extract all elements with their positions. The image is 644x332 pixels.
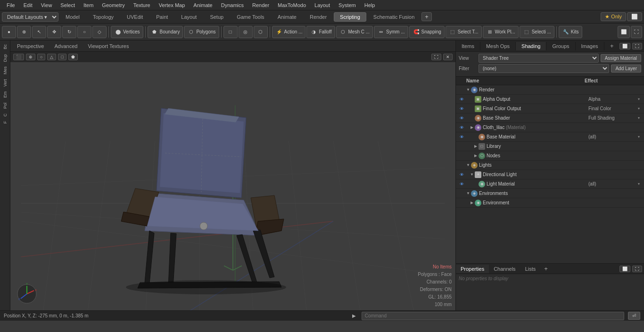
tree-row-light-material[interactable]: 👁 ◉ Light Material (all) ▾	[456, 179, 644, 189]
lp-item-8[interactable]: F	[2, 119, 8, 126]
tree-row-final-color[interactable]: 👁 ▣ Final Color Output Final Color ▾	[456, 104, 644, 113]
tree-arrow-cloth-lilac[interactable]: ▶	[469, 125, 475, 130]
tree-arrow-lights[interactable]: ▼	[465, 162, 471, 168]
tree-row-nodes[interactable]: ▶ ⬡ Nodes	[456, 151, 644, 161]
layout-tab-model[interactable]: Model	[59, 12, 86, 22]
tree-row-cloth-lilac[interactable]: 👁 ▶ ◉ Cloth_lilac (Material)	[456, 123, 644, 132]
tree-row-environments[interactable]: ▼ ◈ Environments	[456, 189, 644, 198]
tree-dropdown-alpha[interactable]: ▾	[636, 96, 642, 103]
toolbar-maximize2[interactable]: ⛶	[631, 26, 642, 38]
lp-item-5[interactable]: Em	[2, 89, 8, 100]
menu-geometry[interactable]: Geometry	[98, 1, 128, 9]
lp-item-1[interactable]: Bc	[2, 42, 8, 51]
layout-tab-render[interactable]: Render	[304, 12, 333, 22]
rp-tab-shading[interactable]: Shading	[516, 42, 546, 50]
tree-row-render[interactable]: ▼ ◉ Render	[456, 85, 644, 95]
vt-close-btn[interactable]: ✕	[443, 54, 453, 60]
toolbar-symm[interactable]: ⇔ Symm ...	[374, 26, 408, 38]
menu-select[interactable]: Select	[57, 1, 79, 9]
bp-expand-btn[interactable]: ⬜	[619, 266, 630, 272]
lp-item-6[interactable]: Pol	[2, 101, 8, 111]
toolbar-vertices[interactable]: ⬤ Vertices	[111, 26, 143, 38]
layout-tab-game-tools[interactable]: Game Tools	[231, 12, 271, 22]
menu-vertex-map[interactable]: Vertex Map	[155, 1, 189, 9]
menu-texture[interactable]: Texture	[130, 1, 154, 9]
tree-eye-directional-light[interactable]: 👁	[458, 171, 465, 178]
rp-tab-images[interactable]: Images	[576, 42, 604, 50]
rp-expand-btn[interactable]: ⬜	[619, 43, 630, 49]
lp-item-7[interactable]: C	[2, 112, 8, 119]
tree-dropdown-light-material[interactable]: ▾	[636, 181, 642, 187]
layout-add-button[interactable]: +	[421, 12, 432, 21]
vp-tab-viewport-textures[interactable]: Viewport Textures	[83, 42, 133, 50]
tree-row-alpha-output[interactable]: 👁 ▣ Alpha Output Alpha ▾	[456, 95, 644, 104]
tree-dropdown-base-material[interactable]: ▾	[636, 134, 642, 140]
toolbar-circle2[interactable]: ◎	[239, 26, 253, 38]
layout-tab-uvedit[interactable]: UVEdit	[121, 12, 149, 22]
vt-resize-btn[interactable]: ⛶	[431, 54, 441, 60]
tree-arrow-environment[interactable]: ▶	[469, 200, 475, 206]
toolbar-kits[interactable]: 🔧 Kits	[559, 26, 582, 38]
tree-eye-light-material[interactable]: 👁	[458, 180, 465, 188]
toolbar-select-t[interactable]: ⬚ Select T...	[446, 26, 482, 38]
lp-item-2[interactable]: Dup	[2, 52, 8, 64]
toolbar-work-pl[interactable]: ⊞ Work Pl...	[483, 26, 519, 38]
vp-tab-advanced[interactable]: Advanced	[50, 42, 82, 50]
layout-star-only[interactable]: ★ Only	[601, 12, 626, 21]
menu-maxtomodo[interactable]: MaxToModo	[274, 1, 310, 9]
menu-layout[interactable]: Layout	[311, 1, 334, 9]
assign-material-button[interactable]: Assign Material	[601, 54, 641, 62]
menu-dynamics[interactable]: Dynamics	[217, 1, 248, 9]
vt-btn3[interactable]: ○	[37, 54, 45, 60]
bp-tab-lists[interactable]: Lists	[520, 265, 541, 273]
command-input[interactable]	[362, 312, 624, 320]
tree-arrow-environments[interactable]: ▼	[465, 191, 471, 196]
toolbar-falloff[interactable]: ◑ Falloff	[306, 26, 335, 38]
menu-system[interactable]: System	[335, 1, 360, 9]
tree-arrow-library[interactable]: ▶	[473, 144, 479, 149]
tree-arrow-render[interactable]: ▼	[465, 87, 471, 93]
tree-row-base-shader[interactable]: 👁 ◉ Base Shader Full Shading ▾	[456, 113, 644, 123]
vt-btn2[interactable]: ⊕	[26, 54, 35, 60]
rp-tab-items[interactable]: Items	[456, 42, 480, 50]
shader-tree-view-select[interactable]: Shader Tree	[479, 54, 599, 63]
menu-edit[interactable]: Edit	[20, 1, 36, 9]
layout-tab-schematic-fusion[interactable]: Schematic Fusion	[367, 12, 421, 22]
toolbar-resize[interactable]: ⬜	[618, 26, 630, 38]
tree-dropdown-final-color[interactable]: ▾	[636, 105, 642, 112]
toolbar-snapping[interactable]: 🧲 Snapping	[409, 26, 445, 38]
tree-eye-base-material[interactable]: 👁	[458, 133, 465, 141]
menu-view[interactable]: View	[37, 1, 56, 9]
vt-btn1[interactable]: ⬛	[13, 54, 24, 60]
toolbar-hex[interactable]: ⬡	[254, 26, 268, 38]
bp-tab-plus[interactable]: +	[540, 264, 552, 274]
tree-eye-alpha[interactable]: 👁	[458, 96, 465, 103]
toolbar-boundary[interactable]: ⬟ Boundary	[148, 26, 183, 38]
vp-tab-perspective[interactable]: Perspective	[12, 42, 49, 50]
tree-eye-final-color[interactable]: 👁	[458, 105, 465, 113]
layout-maximize[interactable]: ⬜	[627, 12, 642, 21]
rp-tab-plus[interactable]: +	[606, 41, 618, 51]
toolbar-circle[interactable]: ○	[77, 26, 91, 38]
layout-tab-paint[interactable]: Paint	[150, 12, 174, 22]
viewport[interactable]: ⬛ ⊕ ○ △ □ ⬟ ⛶ ✕	[10, 52, 455, 310]
layout-tab-scripting[interactable]: Scripting	[334, 12, 366, 22]
menu-render[interactable]: Render	[248, 1, 273, 9]
vt-btn5[interactable]: □	[58, 54, 66, 60]
toolbar-square[interactable]: □	[223, 26, 238, 38]
tree-eye-cloth-lilac[interactable]: 👁	[458, 124, 465, 131]
tree-row-base-material[interactable]: 👁 ◉ Base Material (all) ▾	[456, 132, 644, 142]
filter-select[interactable]: (none)	[479, 64, 609, 73]
tree-row-lights[interactable]: ▼ ◈ Lights	[456, 161, 644, 170]
tree-row-library[interactable]: ▶ □ Library	[456, 142, 644, 151]
rp-maximize-btn[interactable]: ⛶	[632, 43, 642, 49]
toolbar-crosshair[interactable]: ⊕	[17, 26, 31, 38]
toolbar-lasso[interactable]: ◇	[92, 26, 107, 38]
bp-tab-properties[interactable]: Properties	[456, 265, 489, 273]
layout-tab-layout[interactable]: Layout	[175, 12, 203, 22]
bp-tab-channels[interactable]: Channels	[489, 265, 520, 273]
menu-item[interactable]: Item	[80, 1, 97, 9]
rp-tab-groups[interactable]: Groups	[546, 42, 575, 50]
toolbar-selecti[interactable]: ⬚ Selecti ...	[520, 26, 554, 38]
lp-item-3[interactable]: Mes	[2, 65, 8, 76]
